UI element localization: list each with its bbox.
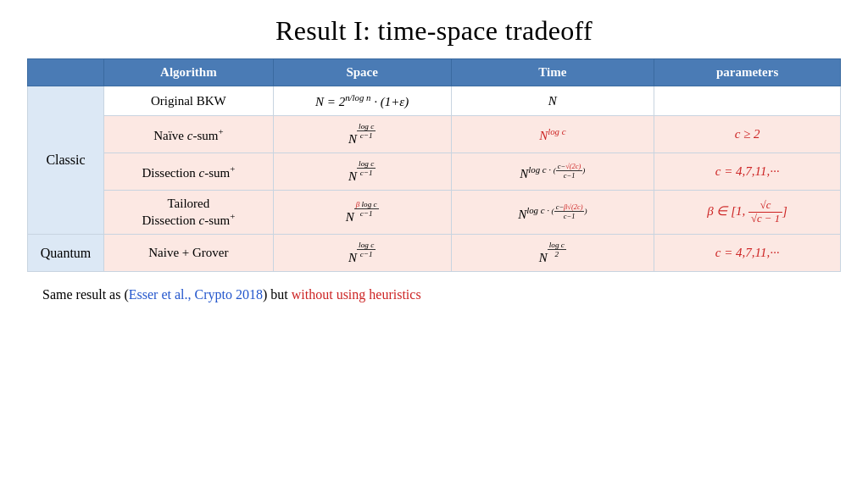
algorithm-cell: Original BKW — [103, 86, 273, 116]
time-cell: Nlog c2 — [451, 235, 654, 272]
params-cell: c ≥ 2 — [654, 116, 841, 153]
time-cell: N — [451, 86, 654, 116]
col-header-time: Time — [451, 59, 654, 86]
row-group-quantum: Quantum — [28, 235, 104, 272]
footer-link[interactable]: Esser et al., Crypto 2018 — [129, 287, 263, 302]
time-cell: Nlog c — [451, 116, 654, 153]
space-cell: Nlog cc−1 — [273, 235, 451, 272]
table-row: Naïve c-sum+ Nlog cc−1 Nlog c c ≥ 2 — [28, 116, 841, 153]
col-header-category — [28, 59, 104, 86]
table-row: Quantum Naive + Grover Nlog cc−1 Nlog c2… — [28, 235, 841, 272]
time-cell: Nlog c · (c−√(2c)c−1) — [451, 153, 654, 191]
table-row: Classic Original BKW N = 2n/log n · (1+ε… — [28, 86, 841, 116]
col-header-algorithm: Algorithm — [103, 59, 273, 86]
col-header-params: parameters — [654, 59, 841, 86]
params-cell: c = 4,7,11,··· — [654, 153, 841, 191]
table-row: TailoredDissection c-sum+ Nβ log cc−1 Nl… — [28, 191, 841, 235]
algorithm-cell: Naive + Grover — [103, 235, 273, 272]
params-cell: β ∈ [1, √c√c − 1] — [654, 191, 841, 235]
main-table: Algorithm Space Time parameters Classic … — [27, 58, 841, 272]
params-cell — [654, 86, 841, 116]
time-cell: Nlog c · (c−β√(2c)c−1) — [451, 191, 654, 235]
algorithm-cell: Naïve c-sum+ — [103, 116, 273, 153]
space-cell: Nlog cc−1 — [273, 153, 451, 191]
footer-middle: ) but — [263, 287, 292, 302]
page-title: Result I: time-space tradeoff — [275, 15, 593, 47]
table-row: Dissection c-sum+ Nlog cc−1 Nlog c · (c−… — [28, 153, 841, 191]
space-cell: Nβ log cc−1 — [273, 191, 451, 235]
row-group-classic: Classic — [28, 86, 104, 235]
footer-highlight: without using heuristics — [292, 287, 421, 302]
col-header-space: Space — [273, 59, 451, 86]
space-cell: N = 2n/log n · (1+ε) — [273, 86, 451, 116]
algorithm-cell: TailoredDissection c-sum+ — [103, 191, 273, 235]
algorithm-cell: Dissection c-sum+ — [103, 153, 273, 191]
footer-prefix: Same result as ( — [42, 287, 129, 302]
footer-text: Same result as (Esser et al., Crypto 201… — [25, 287, 421, 302]
space-cell: Nlog cc−1 — [273, 116, 451, 153]
params-cell: c = 4,7,11,··· — [654, 235, 841, 272]
